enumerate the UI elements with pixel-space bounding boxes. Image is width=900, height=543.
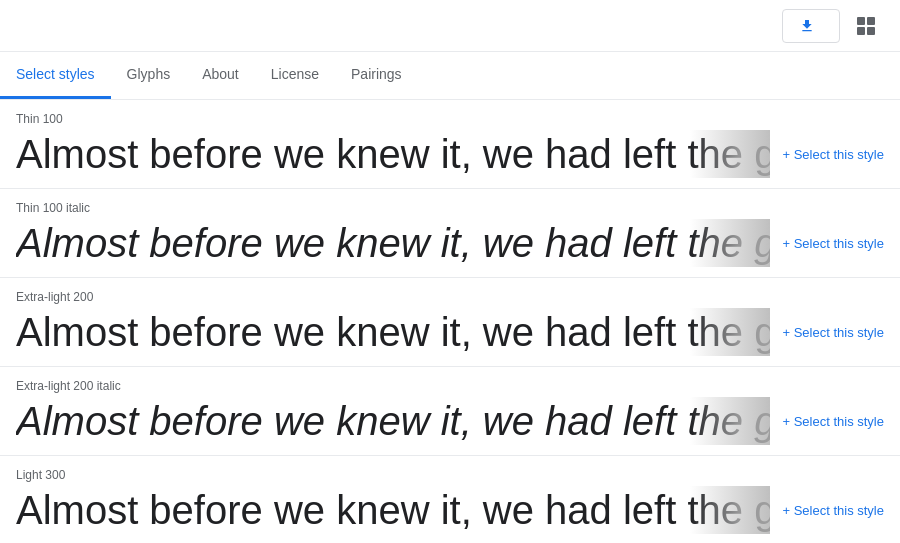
style-label: Extra-light 200 italic: [16, 379, 884, 393]
styles-list: Thin 100Almost before we knew it, we had…: [0, 100, 900, 543]
select-style-button[interactable]: + Select this style: [782, 232, 884, 255]
text-fade-overlay: [690, 219, 770, 267]
style-label: Thin 100: [16, 112, 884, 126]
style-preview-text: Almost before we knew it, we had left th…: [16, 397, 770, 445]
tab-about[interactable]: About: [186, 52, 255, 99]
tab-glyphs[interactable]: Glyphs: [111, 52, 187, 99]
app-header: [0, 0, 900, 52]
select-style-button[interactable]: + Select this style: [782, 499, 884, 522]
tab-select-styles[interactable]: Select styles: [0, 52, 111, 99]
download-icon: [799, 18, 815, 34]
tab-pairings[interactable]: Pairings: [335, 52, 418, 99]
download-family-button[interactable]: [782, 9, 840, 43]
header-actions: [782, 8, 884, 44]
nav-tabs: Select styles Glyphs About License Pairi…: [0, 52, 900, 100]
style-label: Thin 100 italic: [16, 201, 884, 215]
style-preview-text: Almost before we knew it, we had left th…: [16, 219, 770, 267]
grid-icon: [857, 17, 875, 35]
text-fade-overlay: [690, 130, 770, 178]
style-preview-wrapper: Almost before we knew it, we had left th…: [16, 219, 884, 267]
style-row: Extra-light 200 italicAlmost before we k…: [0, 367, 900, 456]
style-label: Extra-light 200: [16, 290, 884, 304]
style-row: Light 300Almost before we knew it, we ha…: [0, 456, 900, 543]
style-row: Thin 100 italicAlmost before we knew it,…: [0, 189, 900, 278]
text-fade-overlay: [690, 486, 770, 534]
style-row: Extra-light 200Almost before we knew it,…: [0, 278, 900, 367]
tab-license[interactable]: License: [255, 52, 335, 99]
style-row: Thin 100Almost before we knew it, we had…: [0, 100, 900, 189]
style-preview-wrapper: Almost before we knew it, we had left th…: [16, 130, 884, 178]
select-style-button[interactable]: + Select this style: [782, 321, 884, 344]
select-style-button[interactable]: + Select this style: [782, 410, 884, 433]
style-preview-wrapper: Almost before we knew it, we had left th…: [16, 397, 884, 445]
style-preview-text: Almost before we knew it, we had left th…: [16, 130, 770, 178]
style-preview-wrapper: Almost before we knew it, we had left th…: [16, 486, 884, 534]
text-fade-overlay: [690, 397, 770, 445]
style-preview-text: Almost before we knew it, we had left th…: [16, 486, 770, 534]
select-style-button[interactable]: + Select this style: [782, 143, 884, 166]
grid-view-button[interactable]: [848, 8, 884, 44]
text-fade-overlay: [690, 308, 770, 356]
style-label: Light 300: [16, 468, 884, 482]
style-preview-text: Almost before we knew it, we had left th…: [16, 308, 770, 356]
style-preview-wrapper: Almost before we knew it, we had left th…: [16, 308, 884, 356]
